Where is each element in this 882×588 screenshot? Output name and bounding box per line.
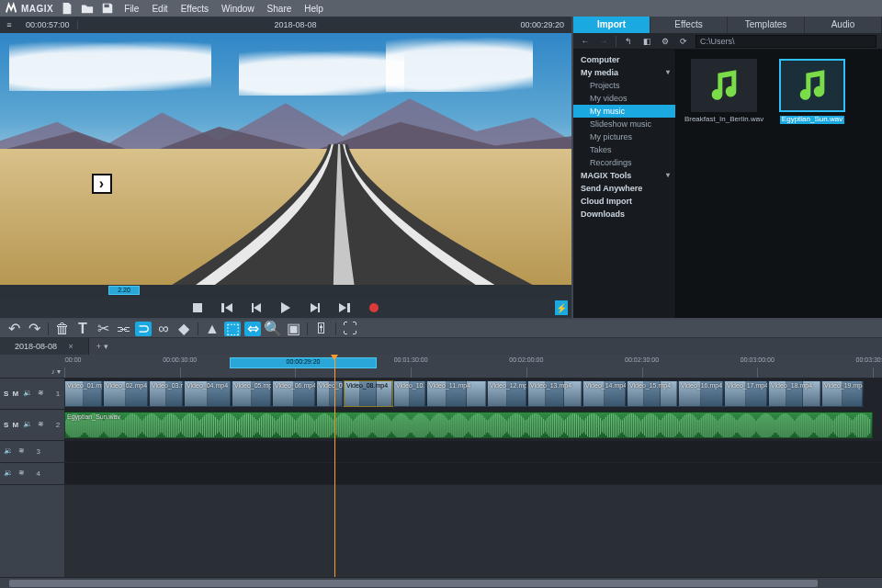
track-row[interactable]: Video_01.mp4Video_02.mp4Video_03.mp4Vide… <box>64 379 882 410</box>
tree-item[interactable]: My pictures <box>573 130 675 143</box>
preview-timecode-left[interactable]: 00:00:57:00 <box>18 20 78 29</box>
track-header[interactable]: S M🔉≋1 <box>0 379 64 410</box>
file-item[interactable]: Breakfast_In_Berlin.wav <box>685 59 763 124</box>
link-icon[interactable]: ∞ <box>155 322 172 336</box>
tab-import[interactable]: Import <box>573 17 650 33</box>
track-header[interactable]: 🔉≋3 <box>0 441 64 463</box>
open-folder-icon[interactable] <box>81 2 94 15</box>
view-switch-icon[interactable]: ◧ <box>640 35 653 48</box>
add-tab-button[interactable]: + ▾ <box>89 342 116 351</box>
playhead[interactable] <box>334 355 335 577</box>
transport-stop-icon[interactable] <box>190 300 205 315</box>
refresh-icon[interactable]: ⟳ <box>677 35 690 48</box>
transport-play-icon[interactable] <box>278 300 293 315</box>
track-lock-icon[interactable]: ≋ <box>38 420 49 431</box>
undo-icon[interactable]: ↶ <box>6 322 22 336</box>
video-clip[interactable]: Video_02.mp4 <box>103 380 149 407</box>
scrollbar-thumb[interactable] <box>9 580 818 587</box>
track-header[interactable]: 🔉≋4 <box>0 463 64 485</box>
menu-share[interactable]: Share <box>265 4 295 14</box>
mixer-icon[interactable]: 🎚 <box>313 322 330 336</box>
video-clip[interactable]: Video_07.mp4 <box>316 380 344 407</box>
video-clip[interactable]: Video_18.mp4 <box>768 380 821 407</box>
menu-file[interactable]: File <box>121 4 141 14</box>
tree-item[interactable]: MAGIX Tools▾ <box>573 169 675 182</box>
marker-icon[interactable]: ◆ <box>175 322 192 336</box>
video-clip[interactable]: Video_10.mp4 <box>393 380 426 407</box>
video-clip[interactable]: Video_14.mp4 <box>582 380 627 407</box>
transport-go-start-icon[interactable] <box>220 300 234 315</box>
timeline-ruler[interactable]: 00:00:00:0000:00:30:0000:01:00:0000:01:3… <box>64 355 882 379</box>
tree-item[interactable]: Projects <box>573 79 675 92</box>
track-row[interactable] <box>64 441 882 463</box>
new-file-icon[interactable] <box>61 2 74 15</box>
video-clip[interactable]: Video_16.mp4 <box>678 380 724 407</box>
tree-item[interactable]: Computer <box>573 53 675 66</box>
preview-scrub-marker[interactable]: 2.20 <box>108 286 140 295</box>
fullscreen-icon[interactable]: ⛶ <box>342 322 358 336</box>
preview-menu-icon[interactable]: ≡ <box>0 20 18 29</box>
nav-forward-icon[interactable]: → <box>597 35 610 48</box>
snap-magnet-icon[interactable]: ⊃ <box>135 322 152 336</box>
preview-scrub-bar[interactable]: 2.20 <box>0 285 571 298</box>
select-tool-icon[interactable]: ⬚ <box>224 322 241 336</box>
nav-back-icon[interactable]: ← <box>579 35 592 48</box>
close-tab-icon[interactable]: × <box>69 342 74 351</box>
range-tool-icon[interactable]: ⇔ <box>244 322 261 336</box>
transport-optimize-icon[interactable]: ⚡ <box>555 300 568 315</box>
track-lock-icon[interactable]: ≋ <box>18 469 29 480</box>
group-icon[interactable]: ⫘ <box>115 322 131 336</box>
timeline-tracks-area[interactable]: 00:00:00:0000:00:30:0000:01:00:0000:01:3… <box>64 355 882 577</box>
menu-window[interactable]: Window <box>219 4 257 14</box>
menu-edit[interactable]: Edit <box>149 4 170 14</box>
tree-item[interactable]: Recordings <box>573 156 675 169</box>
track-mute-icon[interactable]: 🔉 <box>4 469 15 480</box>
transport-next-frame-icon[interactable] <box>308 300 322 315</box>
transport-go-end-icon[interactable] <box>337 300 352 315</box>
video-clip[interactable]: Video_01.mp4 <box>64 380 103 407</box>
track-row[interactable] <box>64 463 882 485</box>
tree-item[interactable]: Send Anywhere <box>573 182 675 195</box>
menu-help[interactable]: Help <box>301 4 326 14</box>
tree-item[interactable]: Cloud Import <box>573 195 675 208</box>
tree-item[interactable]: Slideshow music <box>573 118 675 130</box>
video-clip[interactable]: Video_12.mp4 <box>487 380 527 407</box>
settings-gear-icon[interactable]: ⚙ <box>659 35 672 48</box>
tree-item[interactable]: Downloads <box>573 208 675 220</box>
track-mute-icon[interactable]: 🔉 <box>23 389 34 400</box>
path-field[interactable]: C:\Users\ <box>695 35 876 48</box>
video-clip[interactable]: Video_11.mp4 <box>426 380 487 407</box>
track-lock-icon[interactable]: ≋ <box>38 389 49 400</box>
track-mute-icon[interactable]: 🔉 <box>23 420 34 431</box>
audio-clip[interactable]: Egyptian_Sun.wav <box>64 412 873 438</box>
preview-canvas[interactable] <box>0 33 571 285</box>
save-icon[interactable] <box>101 2 114 15</box>
track-header[interactable]: S M🔉≋2 <box>0 410 64 441</box>
menu-effects[interactable]: Effects <box>178 4 211 14</box>
video-clip[interactable]: Video_05.mp4 <box>232 380 272 407</box>
nav-up-icon[interactable]: ↰ <box>622 35 635 48</box>
video-clip[interactable]: Video_04.mp4 <box>184 380 232 407</box>
crop-tool-icon[interactable]: ▣ <box>285 322 301 336</box>
track-lock-icon[interactable]: ≋ <box>18 447 29 458</box>
video-clip[interactable]: Video_08.mp4 <box>344 380 393 407</box>
tree-item[interactable]: My videos <box>573 92 675 105</box>
video-clip[interactable]: Video_17.mp4 <box>724 380 768 407</box>
video-clip[interactable]: Video_19.mp4 <box>821 380 864 407</box>
video-clip[interactable]: Video_03.mp4 <box>149 380 184 407</box>
file-item[interactable]: Egyptian_Sun.wav <box>774 59 851 124</box>
redo-icon[interactable]: ↷ <box>26 322 42 336</box>
timeline-scrollbar[interactable] <box>0 577 882 588</box>
title-icon[interactable]: T <box>74 322 91 336</box>
timeline-tab-project[interactable]: 2018-08-08 × <box>0 338 89 355</box>
tab-effects[interactable]: Effects <box>650 17 728 33</box>
tree-item[interactable]: Takes <box>573 143 675 156</box>
track-mute-icon[interactable]: 🔉 <box>4 447 15 458</box>
tree-item[interactable]: My media▾ <box>573 66 675 79</box>
preview-timecode-right[interactable]: 00:00:29:20 <box>513 20 571 29</box>
video-clip[interactable]: Video_13.mp4 <box>527 380 582 407</box>
transport-prev-frame-icon[interactable] <box>249 300 264 315</box>
video-clip[interactable]: Video_15.mp4 <box>627 380 678 407</box>
ruler-range[interactable]: 00:00:29:20 <box>230 357 377 368</box>
transport-record-icon[interactable] <box>367 300 381 315</box>
